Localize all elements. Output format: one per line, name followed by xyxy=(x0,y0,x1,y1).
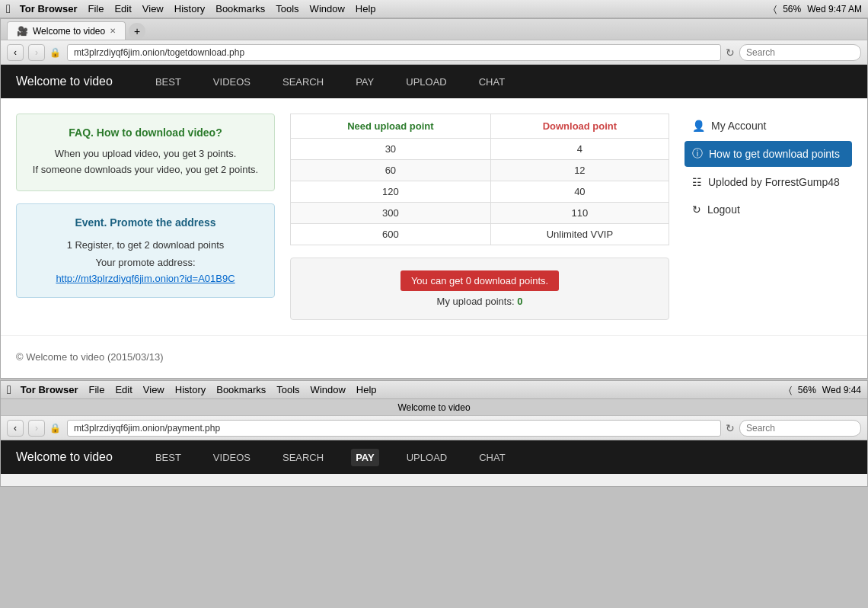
menu-window-2[interactable]: Window xyxy=(311,384,346,395)
wifi-icon-2: 〈 xyxy=(789,385,792,395)
reload-button[interactable]: ↻ xyxy=(726,46,735,59)
security-icon: 🔒 xyxy=(49,47,61,58)
site-nav-2: Welcome to video BEST VIDEOS SEARCH PAY … xyxy=(1,440,867,474)
site-nav: Welcome to video BEST VIDEOS SEARCH PAY … xyxy=(1,65,867,98)
site-footer: © Welcome to video (2015/03/13) xyxy=(1,335,867,378)
menu-history-2[interactable]: History xyxy=(175,384,206,395)
upload-cell: 60 xyxy=(291,160,491,181)
right-column: 👤 My Account ⓘ How to get download point… xyxy=(685,114,852,320)
apple-menu-2[interactable]:  xyxy=(7,383,11,397)
event-line1: 1 Register, to get 2 download points xyxy=(29,236,262,254)
menu-view-2[interactable]: View xyxy=(143,384,164,395)
faq-text-1: When you upload video, you get 3 points. xyxy=(29,146,262,162)
menubar-right: 〈 56% Wed 9:47 AM xyxy=(774,4,862,14)
security-icon-2: 🔒 xyxy=(49,423,61,434)
upload-points-count: 0 xyxy=(517,296,522,307)
logout-icon: ↻ xyxy=(692,203,701,216)
nav-upload[interactable]: UPLOAD xyxy=(401,73,451,91)
tab-favicon: 🎥 xyxy=(17,26,28,37)
nav-pay-2[interactable]: PAY xyxy=(351,449,379,466)
url-input-2[interactable] xyxy=(67,420,721,437)
forward-button[interactable]: › xyxy=(28,44,45,61)
my-account-link[interactable]: 👤 My Account xyxy=(685,114,852,138)
menu-bookmarks[interactable]: Bookmarks xyxy=(215,3,265,14)
nav-best-2[interactable]: BEST xyxy=(151,449,186,466)
menu-edit-2[interactable]: Edit xyxy=(115,384,132,395)
middle-column: Need upload point Download point 3046012… xyxy=(290,114,669,320)
clock-2: Wed 9:44 xyxy=(822,385,861,395)
my-account-label: My Account xyxy=(711,120,766,132)
search-input[interactable] xyxy=(739,44,861,61)
nav-chat-2[interactable]: CHAT xyxy=(474,449,509,466)
uploaded-by-label: Uploded by ForrestGump48 xyxy=(708,176,840,188)
nav-search[interactable]: SEARCH xyxy=(278,73,328,91)
menu-edit[interactable]: Edit xyxy=(114,3,131,14)
menu-file[interactable]: File xyxy=(88,3,104,14)
upload-cell: 600 xyxy=(291,224,491,245)
nav-chat[interactable]: CHAT xyxy=(474,73,509,91)
user-icon: 👤 xyxy=(692,120,705,132)
menu-window[interactable]: Window xyxy=(310,3,345,14)
download-alert: You can get 0 download points. xyxy=(400,270,559,291)
uploaded-by-link[interactable]: ☷ Uploded by ForrestGump48 xyxy=(685,170,852,194)
download-info-box: You can get 0 download points. My upload… xyxy=(290,258,669,320)
battery-label-2: 56% xyxy=(798,385,816,395)
points-table: Need upload point Download point 3046012… xyxy=(290,114,669,245)
download-cell: Unlimited VVIP xyxy=(490,224,669,245)
download-cell: 4 xyxy=(490,139,669,160)
nav-search-2[interactable]: SEARCH xyxy=(278,449,328,466)
tab-close-button[interactable]: ✕ xyxy=(110,27,116,35)
clock: Wed 9:47 AM xyxy=(807,4,862,14)
app-name-2[interactable]: Tor Browser xyxy=(21,384,78,395)
url-bar-row: ‹ › 🔒 ↻ xyxy=(1,40,867,65)
menu-tools[interactable]: Tools xyxy=(276,3,298,14)
menu-tools-2[interactable]: Tools xyxy=(276,384,299,395)
new-tab-button[interactable]: + xyxy=(129,23,145,40)
nav-pay[interactable]: PAY xyxy=(351,73,378,91)
download-cell: 40 xyxy=(490,181,669,203)
browser-window-2:  Tor Browser File Edit View History Boo… xyxy=(0,380,868,487)
list-icon: ☷ xyxy=(692,176,702,188)
back-button[interactable]: ‹ xyxy=(7,44,24,61)
table-header-download: Download point xyxy=(490,114,669,139)
apple-menu[interactable]:  xyxy=(6,2,11,16)
site-content: FAQ. How to download video? When you upl… xyxy=(1,98,867,335)
back-button-2[interactable]: ‹ xyxy=(7,420,24,437)
table-row: 600Unlimited VVIP xyxy=(291,224,669,245)
event-box: Event. Promote the address 1 Register, t… xyxy=(16,203,275,299)
logout-link[interactable]: ↻ Logout xyxy=(685,197,852,222)
menu-bookmarks-2[interactable]: Bookmarks xyxy=(216,384,266,395)
nav-videos-2[interactable]: VIDEOS xyxy=(209,449,255,466)
app-name[interactable]: Tor Browser xyxy=(20,3,78,14)
menu-view[interactable]: View xyxy=(142,3,164,14)
menu-file-2[interactable]: File xyxy=(88,384,104,395)
download-cell: 12 xyxy=(490,160,669,181)
browser-tab[interactable]: 🎥 Welcome to video ✕ xyxy=(7,21,126,40)
tab-title: Welcome to video xyxy=(33,26,105,37)
menu-history[interactable]: History xyxy=(174,3,205,14)
how-to-link[interactable]: ⓘ How to get download points xyxy=(685,141,852,167)
forward-button-2[interactable]: › xyxy=(28,420,45,437)
menubar:  Tor Browser File Edit View History Boo… xyxy=(0,0,868,18)
table-row: 304 xyxy=(291,139,669,160)
faq-text-2: If someone downloads your video, you get… xyxy=(29,162,262,178)
menu-help-2[interactable]: Help xyxy=(356,384,377,395)
event-link[interactable]: http://mt3plrzdiyqf6jim.onion?id=A01B9C xyxy=(56,273,235,284)
battery-label: 56% xyxy=(783,4,801,14)
table-row: 300110 xyxy=(291,203,669,224)
table-header-upload: Need upload point xyxy=(291,114,491,139)
nav-best[interactable]: BEST xyxy=(151,73,186,91)
nav-upload-2[interactable]: UPLOAD xyxy=(402,449,452,466)
how-to-label: How to get download points xyxy=(709,148,840,160)
url-input[interactable] xyxy=(67,44,721,61)
table-row: 6012 xyxy=(291,160,669,181)
nav-videos[interactable]: VIDEOS xyxy=(209,73,255,91)
faq-box: FAQ. How to download video? When you upl… xyxy=(16,114,275,191)
reload-button-2[interactable]: ↻ xyxy=(726,422,735,434)
menubar-right-2: 〈 56% Wed 9:44 xyxy=(789,385,861,395)
site-title-2: Welcome to video xyxy=(16,450,113,464)
search-input-2[interactable] xyxy=(739,420,861,437)
wifi-icon: 〈 xyxy=(774,4,777,14)
menu-help[interactable]: Help xyxy=(356,3,376,14)
site-title: Welcome to video xyxy=(16,75,113,88)
